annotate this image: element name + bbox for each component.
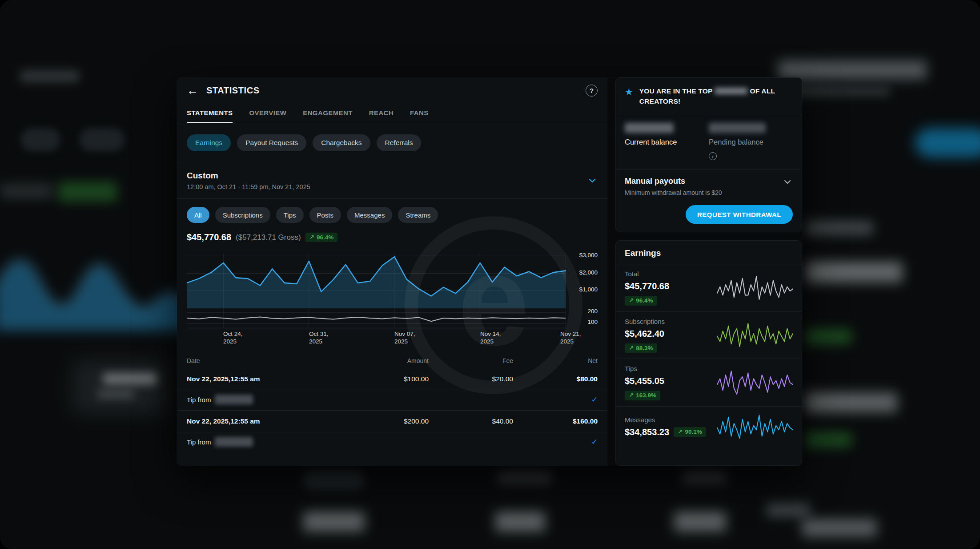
blurred-pending-balance-amount: [709, 123, 766, 133]
y-axis-label: 100: [566, 319, 598, 325]
row-fee: $40.00: [429, 417, 513, 425]
page-title: STATISTICS: [206, 85, 578, 96]
earnings-row-label: Messages: [625, 416, 706, 424]
earnings-row-value: $45,770.68: [625, 281, 669, 291]
y-axis-label: $3,000: [566, 252, 598, 258]
earnings-row-label: Subscriptions: [625, 318, 665, 325]
change-value: 96.4%: [636, 298, 653, 304]
earnings-row-label: Tips: [625, 365, 664, 372]
chip-tips[interactable]: Tips: [276, 207, 304, 223]
info-icon[interactable]: i: [709, 152, 717, 160]
table-row: Nov 22, 2025,12:55 am $200.00 $40.00 $16…: [177, 411, 607, 432]
trend-up-icon: ↗: [309, 234, 314, 241]
category-pills: All Subscriptions Tips Posts Messages St…: [177, 199, 607, 231]
manual-payouts-subtitle: Minimum withdrawal amount is $20: [625, 189, 782, 196]
period-label: Custom: [187, 171, 587, 181]
balance-card: ★ YOU ARE IN THE TOPOF ALL CREATORS! Cur…: [615, 77, 802, 232]
sparkline-messages: [717, 412, 793, 441]
manual-payouts-title: Manual payouts: [625, 177, 782, 186]
earnings-row-label: Total: [625, 270, 669, 278]
check-icon: ✓: [591, 395, 598, 404]
tab-statements[interactable]: STATEMENTS: [187, 103, 233, 123]
manual-payouts-info: Manual payouts Minimum withdrawal amount…: [625, 177, 782, 196]
tip-detail: Tip from: [187, 438, 211, 446]
sparkline-tips: [717, 368, 793, 397]
pill-chargebacks[interactable]: Chargebacks: [313, 134, 370, 151]
col-net: Net: [513, 357, 598, 364]
y-axis-label: $2,000: [566, 269, 598, 276]
tip-detail: Tip from: [187, 396, 211, 404]
table-header: Date Amount Fee Net: [177, 351, 607, 368]
change-badge: ↗ 90.1%: [674, 427, 706, 437]
tab-fans[interactable]: FANS: [410, 103, 429, 123]
earnings-row-subscriptions: Subscriptions $5,462.40 ↗ 88.3%: [616, 312, 802, 359]
earnings-card-title: Earnings: [616, 241, 802, 264]
chip-subscriptions[interactable]: Subscriptions: [215, 207, 270, 223]
chip-streams[interactable]: Streams: [398, 207, 438, 223]
col-date: Date: [187, 357, 344, 364]
chip-messages[interactable]: Messages: [347, 207, 392, 223]
change-value: 90.1%: [685, 429, 702, 435]
balances: Current balance Pending balance i: [616, 115, 802, 170]
blurred-current-balance-amount: [625, 123, 674, 133]
col-amount: Amount: [344, 357, 429, 364]
earnings-row-tips: Tips $5,455.05 ↗ 163.9%: [616, 359, 802, 406]
table-row: Nov 22, 2025,12:55 am $100.00 $20.00 $80…: [177, 368, 607, 390]
star-icon: ★: [625, 86, 633, 107]
tab-reach[interactable]: REACH: [369, 103, 394, 123]
x-axis-label: Nov 14, 2025: [480, 331, 501, 346]
statement-type-pills: Earnings Payout Requests Chargebacks Ref…: [177, 123, 607, 163]
change-value: 88.3%: [636, 345, 653, 351]
tab-overview[interactable]: OVERVIEW: [249, 103, 286, 123]
y-axis-label: $1,000: [566, 286, 598, 293]
chevron-down-icon[interactable]: [782, 177, 793, 187]
earnings-row-value: $5,462.40: [625, 329, 665, 339]
tab-engagement[interactable]: ENGAGEMENT: [303, 103, 353, 123]
help-icon[interactable]: ?: [586, 85, 598, 97]
x-axis-label: Oct 31, 2025: [309, 331, 329, 346]
row-amount: $200.00: [344, 417, 429, 425]
current-balance-label: Current balance: [625, 138, 709, 146]
banner-prefix: YOU ARE IN THE TOP: [639, 87, 713, 95]
chip-all[interactable]: All: [187, 207, 209, 223]
row-fee: $20.00: [429, 375, 513, 383]
change-value: 163.9%: [636, 392, 656, 399]
y-axis-label: 200: [566, 308, 598, 315]
row-date: Nov 22, 2025,12:55 am: [187, 375, 344, 383]
gross-amount: ($57,213.71 Gross): [236, 233, 301, 242]
earnings-summary: $45,770.68 ($57,213.71 Gross) ↗ 96.4%: [177, 231, 607, 250]
sidebar: ★ YOU ARE IN THE TOPOF ALL CREATORS! Cur…: [607, 77, 802, 466]
chip-posts[interactable]: Posts: [309, 207, 341, 223]
pill-referrals[interactable]: Referrals: [377, 134, 422, 151]
statistics-content: ← STATISTICS ? STATEMENTS OVERVIEW ENGAG…: [177, 77, 607, 466]
pending-balance: Pending balance i: [709, 123, 793, 163]
screen: ← STATISTICS ? STATEMENTS OVERVIEW ENGAG…: [0, 0, 980, 549]
back-arrow-icon[interactable]: ←: [187, 85, 198, 96]
table-subrow: Tip from ✓: [177, 390, 607, 410]
trend-up-icon: ↗: [629, 345, 634, 351]
row-amount: $100.00: [344, 375, 429, 383]
period-range: 12:00 am, Oct 21 - 11:59 pm, Nov 21, 202…: [187, 183, 587, 190]
current-balance: Current balance: [625, 123, 709, 163]
chevron-down-icon[interactable]: [587, 175, 598, 186]
earnings-row-left: Tips $5,455.05 ↗ 163.9%: [625, 365, 664, 400]
x-axis-label: Oct 24, 2025: [223, 331, 243, 346]
request-withdrawal-button[interactable]: REQUEST WITHDRAWAL: [686, 205, 793, 224]
sparkline-total: [717, 274, 793, 302]
earnings-row-value: $34,853.23: [625, 427, 669, 437]
earnings-row-total: Total $45,770.68 ↗ 96.4%: [616, 264, 802, 311]
earnings-row-value-line: $34,853.23 ↗ 90.1%: [625, 427, 706, 437]
period-selector[interactable]: Custom 12:00 am, Oct 21 - 11:59 pm, Nov …: [177, 163, 607, 198]
row-date: Nov 22, 2025,12:55 am: [187, 417, 344, 425]
period-info: Custom 12:00 am, Oct 21 - 11:59 pm, Nov …: [187, 171, 587, 190]
pill-earnings[interactable]: Earnings: [187, 134, 231, 151]
sparkline-subscriptions: [717, 321, 793, 349]
modal-header: ← STATISTICS ?: [177, 77, 607, 103]
row-net: $80.00: [513, 375, 598, 383]
earnings-row-left: Subscriptions $5,462.40 ↗ 88.3%: [625, 318, 665, 353]
manual-payouts-section: Manual payouts Minimum withdrawal amount…: [616, 170, 802, 198]
change-badge: ↗ 96.4%: [625, 296, 657, 306]
change-badge: ↗ 163.9%: [625, 391, 660, 400]
pending-balance-label: Pending balance: [709, 138, 793, 146]
pill-payout-requests[interactable]: Payout Requests: [237, 134, 306, 151]
